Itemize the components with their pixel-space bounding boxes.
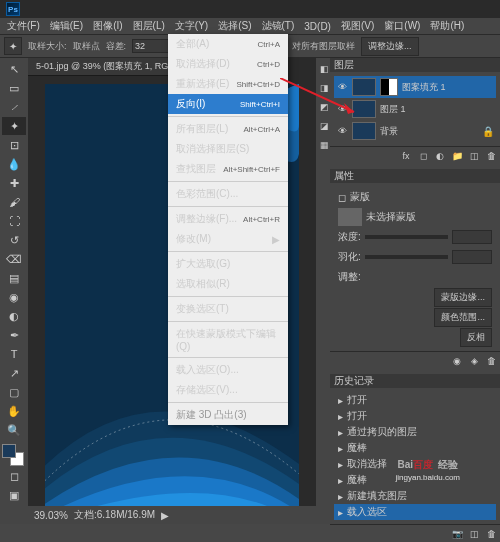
- dropdown-item[interactable]: 修改(M)▶: [168, 229, 288, 249]
- history-step-icon: ▸: [338, 395, 343, 406]
- tolerance-input[interactable]: [132, 39, 172, 53]
- menu-4[interactable]: 文字(Y): [170, 19, 213, 33]
- history-brush-tool[interactable]: ↺: [2, 231, 26, 249]
- dodge-tool[interactable]: ◐: [2, 307, 26, 325]
- trash-icon[interactable]: 🗑: [484, 149, 498, 163]
- menu-10[interactable]: 帮助(H): [425, 19, 469, 33]
- dropdown-item[interactable]: 全部(A)Ctrl+A: [168, 34, 288, 54]
- path-tool[interactable]: ↗: [2, 364, 26, 382]
- dropdown-item[interactable]: 载入选区(O)...: [168, 360, 288, 380]
- panel-icon-4[interactable]: ◪: [318, 117, 330, 135]
- history-tab[interactable]: 历史记录: [334, 374, 374, 388]
- dropdown-item[interactable]: 取消选择(D)Ctrl+D: [168, 54, 288, 74]
- lasso-tool[interactable]: ⟋: [2, 98, 26, 116]
- screenmode-toggle[interactable]: ▣: [2, 486, 26, 504]
- feather-slider[interactable]: [365, 255, 448, 259]
- snapshot-icon[interactable]: 📷: [450, 527, 464, 541]
- panel-icon-3[interactable]: ◩: [318, 98, 330, 116]
- dropdown-item[interactable]: 反向(I)Shift+Ctrl+I: [168, 94, 288, 114]
- healing-tool[interactable]: ✚: [2, 174, 26, 192]
- gradient-tool[interactable]: ▤: [2, 269, 26, 287]
- density-slider[interactable]: [365, 235, 448, 239]
- layers-tab[interactable]: 图层: [334, 58, 354, 72]
- dropdown-item[interactable]: 色彩范围(C)...: [168, 184, 288, 204]
- panel-icon-5[interactable]: ▦: [318, 136, 330, 154]
- refine-edge-button[interactable]: 调整边缘...: [361, 37, 419, 56]
- menu-7[interactable]: 3D(D): [299, 21, 336, 32]
- history-row[interactable]: ▸打开: [334, 408, 496, 424]
- menu-1[interactable]: 编辑(E): [45, 19, 88, 33]
- properties-tab[interactable]: 属性: [334, 169, 354, 183]
- panel-icon-1[interactable]: ◧: [318, 60, 330, 78]
- visibility-icon[interactable]: 👁: [336, 104, 348, 114]
- magic-wand-tool[interactable]: ✦: [2, 117, 26, 135]
- new-layer-icon[interactable]: ◫: [467, 149, 481, 163]
- history-step-label: 新建填充图层: [347, 489, 407, 503]
- menu-3[interactable]: 图层(L): [128, 19, 170, 33]
- dropdown-item[interactable]: 查找图层Alt+Shift+Ctrl+F: [168, 159, 288, 179]
- color-range-button[interactable]: 颜色范围...: [434, 308, 492, 327]
- invert-button[interactable]: 反相: [460, 328, 492, 347]
- adjustment-icon[interactable]: ◐: [433, 149, 447, 163]
- menu-6[interactable]: 滤镜(T): [257, 19, 300, 33]
- active-tool-icon[interactable]: ✦: [4, 37, 22, 55]
- history-trash-icon[interactable]: 🗑: [484, 527, 498, 541]
- layer-name: 图案填充 1: [402, 81, 446, 94]
- color-swatches[interactable]: [2, 444, 24, 466]
- history-row[interactable]: ▸打开: [334, 392, 496, 408]
- watermark: Bai百度 经验 jingyan.baidu.com: [396, 452, 460, 482]
- shape-tool[interactable]: ▢: [2, 383, 26, 401]
- menu-2[interactable]: 图像(I): [88, 19, 127, 33]
- dropdown-item[interactable]: 扩大选取(G): [168, 254, 288, 274]
- prop-trash-icon[interactable]: 🗑: [484, 354, 498, 368]
- zoom-level[interactable]: 39.03%: [34, 510, 68, 521]
- move-tool[interactable]: ↖: [2, 60, 26, 78]
- layer-row[interactable]: 👁图案填充 1: [334, 76, 496, 98]
- eyedropper-tool[interactable]: 💧: [2, 155, 26, 173]
- crop-tool[interactable]: ⊡: [2, 136, 26, 154]
- type-tool[interactable]: T: [2, 345, 26, 363]
- menu-0[interactable]: 文件(F): [2, 19, 45, 33]
- dropdown-item[interactable]: 所有图层(L)Alt+Ctrl+A: [168, 119, 288, 139]
- dropdown-item[interactable]: 在快速蒙版模式下编辑(Q): [168, 324, 288, 355]
- layer-row[interactable]: 👁图层 1: [334, 98, 496, 120]
- mask-edge-button[interactable]: 蒙版边缘...: [434, 288, 492, 307]
- stamp-tool[interactable]: ⛶: [2, 212, 26, 230]
- menu-8[interactable]: 视图(V): [336, 19, 379, 33]
- marquee-tool[interactable]: ▭: [2, 79, 26, 97]
- density-input[interactable]: [452, 230, 492, 244]
- prop-icon-1[interactable]: ◉: [450, 354, 464, 368]
- visibility-icon[interactable]: 👁: [336, 126, 348, 136]
- brush-tool[interactable]: 🖌: [2, 193, 26, 211]
- blur-tool[interactable]: ◉: [2, 288, 26, 306]
- history-row[interactable]: ▸新建填充图层: [334, 488, 496, 504]
- eraser-tool[interactable]: ⌫: [2, 250, 26, 268]
- zoom-tool[interactable]: 🔍: [2, 421, 26, 439]
- dropdown-item[interactable]: 存储选区(V)...: [168, 380, 288, 400]
- dropdown-item[interactable]: 调整边缘(F)...Alt+Ctrl+R: [168, 209, 288, 229]
- visibility-icon[interactable]: 👁: [336, 82, 348, 92]
- new-state-icon[interactable]: ◫: [467, 527, 481, 541]
- dropdown-item[interactable]: 取消选择图层(S): [168, 139, 288, 159]
- panel-icon-2[interactable]: ◨: [318, 79, 330, 97]
- folder-icon[interactable]: 📁: [450, 149, 464, 163]
- layer-row[interactable]: 👁背景🔒: [334, 120, 496, 142]
- hand-tool[interactable]: ✋: [2, 402, 26, 420]
- dropdown-item[interactable]: 选取相似(R): [168, 274, 288, 294]
- dropdown-item[interactable]: 重新选择(E)Shift+Ctrl+D: [168, 74, 288, 94]
- fx-icon[interactable]: fx: [399, 149, 413, 163]
- dropdown-item[interactable]: 变换选区(T): [168, 299, 288, 319]
- pen-tool[interactable]: ✒: [2, 326, 26, 344]
- fg-color-swatch[interactable]: [2, 444, 16, 458]
- feather-input[interactable]: [452, 250, 492, 264]
- sample-size-value[interactable]: 取样点: [73, 40, 100, 53]
- dropdown-item: 新建 3D 凸出(3): [168, 405, 288, 425]
- menu-9[interactable]: 窗口(W): [379, 19, 425, 33]
- prop-icon-2[interactable]: ◈: [467, 354, 481, 368]
- history-row[interactable]: ▸通过拷贝的图层: [334, 424, 496, 440]
- mask-icon[interactable]: ◻: [416, 149, 430, 163]
- quickmask-toggle[interactable]: ◻: [2, 467, 26, 485]
- history-row[interactable]: ▸载入选区: [334, 504, 496, 520]
- menu-5[interactable]: 选择(S): [213, 19, 256, 33]
- chevron-right-icon[interactable]: ▶: [161, 510, 169, 521]
